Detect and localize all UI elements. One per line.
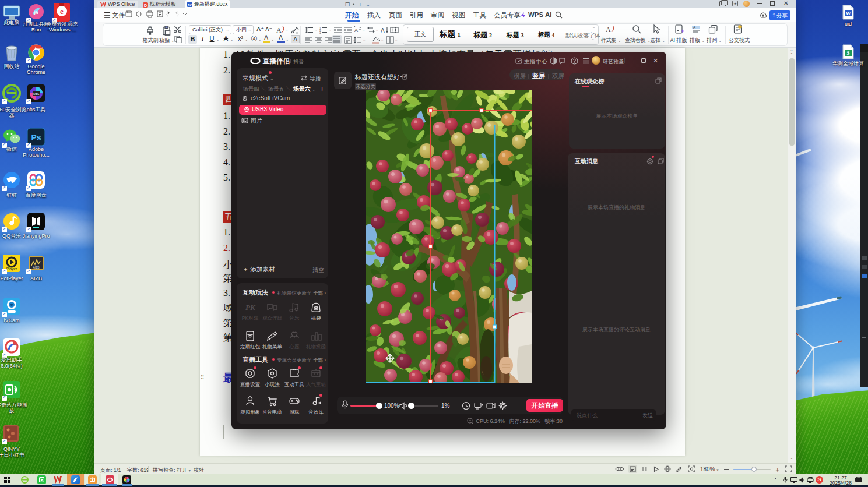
svg-text:A: A [606, 26, 611, 34]
svg-text:W: W [846, 10, 851, 16]
svg-text:PK: PK [245, 303, 256, 312]
svg-text:AIZB: AIZB [33, 266, 40, 269]
svg-text:Player: Player [6, 267, 17, 271]
svg-text:D: D [144, 3, 147, 7]
svg-text:A: A [276, 26, 282, 34]
svg-text:A: A [693, 26, 695, 29]
svg-text:jh: jh [33, 10, 38, 15]
svg-text:S: S [846, 50, 849, 56]
svg-text:3: 3 [319, 31, 321, 34]
svg-text:OBS: OBS [33, 92, 40, 96]
svg-text:A: A [381, 27, 385, 34]
svg-text:e: e [60, 7, 64, 16]
svg-text:Ps: Ps [31, 133, 41, 142]
svg-text:W: W [188, 3, 192, 8]
svg-text:A: A [354, 27, 358, 33]
